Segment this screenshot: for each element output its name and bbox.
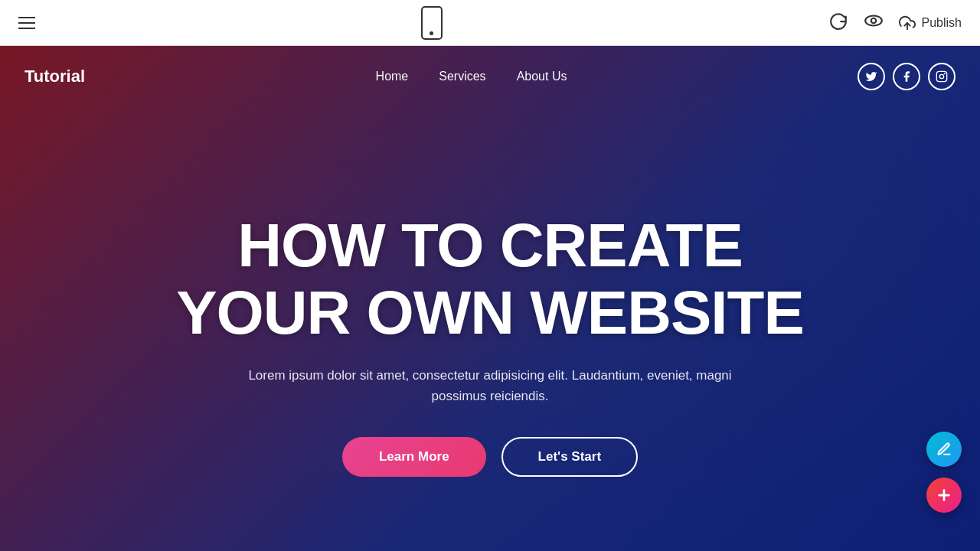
publish-button[interactable]: Publish	[899, 15, 962, 31]
hero-content: HOW TO CREATE YOUR OWN WEBSITE Lorem ips…	[0, 107, 980, 551]
learn-more-button[interactable]: Learn More	[342, 437, 486, 477]
add-fab-button[interactable]	[926, 478, 962, 513]
svg-point-5	[944, 73, 946, 74]
nav-link-about[interactable]: About Us	[517, 70, 567, 83]
hero-title: HOW TO CREATE YOUR OWN WEBSITE	[176, 212, 804, 347]
hero-title-line1: HOW TO CREATE	[237, 211, 743, 279]
edit-fab-button[interactable]	[926, 432, 962, 467]
site-logo: Tutorial	[24, 67, 85, 86]
instagram-icon[interactable]	[928, 63, 956, 90]
svg-point-1	[871, 18, 876, 24]
hero-title-line2: YOUR OWN WEBSITE	[176, 279, 804, 347]
mobile-view-button[interactable]	[421, 6, 443, 40]
lets-start-button[interactable]: Let's Start	[501, 437, 638, 477]
nav-links: Home Services About Us	[376, 70, 567, 83]
svg-rect-3	[936, 71, 946, 81]
mobile-icon-dot	[430, 31, 433, 35]
toolbar-right: Publish	[828, 11, 962, 35]
site-navigation: Tutorial Home Services About Us	[0, 46, 980, 107]
twitter-icon[interactable]	[858, 63, 885, 90]
hero-subtitle: Lorem ipsum dolor sit amet, consectetur …	[222, 365, 758, 406]
toolbar-center	[421, 6, 443, 40]
website-preview: Tutorial Home Services About Us	[0, 46, 980, 551]
facebook-icon[interactable]	[893, 63, 920, 90]
nav-link-services[interactable]: Services	[439, 70, 485, 83]
social-icons	[858, 63, 956, 90]
nav-link-home[interactable]: Home	[376, 70, 409, 83]
hamburger-menu-button[interactable]	[18, 17, 35, 29]
hero-section: Tutorial Home Services About Us	[0, 46, 980, 551]
hero-cta-buttons: Learn More Let's Start	[342, 437, 638, 477]
svg-point-0	[865, 16, 882, 26]
preview-button[interactable]	[864, 11, 884, 34]
publish-label: Publish	[922, 16, 962, 30]
toolbar-left	[18, 17, 35, 29]
svg-point-4	[939, 74, 943, 78]
toolbar: Publish	[0, 0, 980, 46]
undo-button[interactable]	[828, 11, 848, 35]
